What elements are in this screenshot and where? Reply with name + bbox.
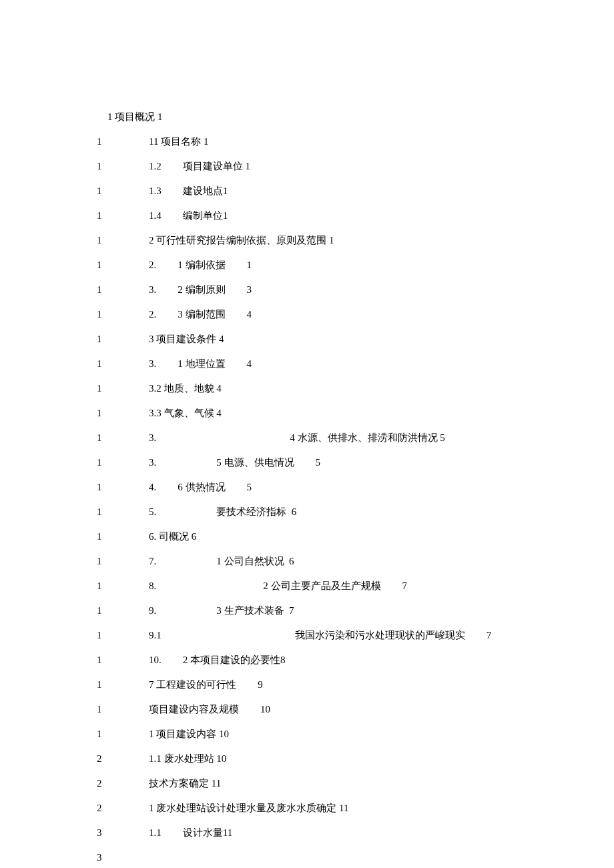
toc-segment: 1 项目建设内容 10	[149, 727, 229, 741]
toc-entry: 7 工程建设的可行性9	[149, 678, 547, 692]
toc-line: 14.6 供热情况5	[97, 480, 547, 494]
toc-segment: 5	[316, 456, 321, 470]
toc-line: 11.4编制单位1	[97, 209, 547, 223]
toc-segment: 8.	[149, 579, 156, 593]
toc-entry: 技术方案确定 11	[149, 777, 547, 791]
line-number: 1	[97, 332, 149, 346]
toc-entry: 5.要技术经济指标 6	[149, 505, 547, 519]
toc-line: 31.1设计水量11	[97, 826, 547, 840]
toc-segment: 10	[260, 703, 270, 717]
line-number: 1	[97, 678, 149, 692]
line-number: 1	[97, 431, 149, 445]
toc-line: 12.1 编制依据1	[97, 258, 547, 272]
toc-entry: 3 项目建设条件 4	[149, 332, 547, 346]
toc-line: 11.2项目建设单位 1	[97, 159, 547, 173]
toc-segment: 9	[258, 678, 263, 692]
toc-segment: 3.2 地质、地貌 4	[149, 382, 222, 396]
toc-line: 16. 司概况 6	[97, 530, 547, 544]
toc-entry: 6. 司概况 6	[149, 530, 547, 544]
toc-entry: 3.2 编制原则3	[149, 283, 547, 297]
toc-line: 17.1 公司自然状况 6	[97, 554, 547, 568]
line-number: 1	[97, 456, 149, 470]
toc-segment: 1.1	[149, 826, 162, 840]
toc-segment: 2.	[149, 308, 156, 322]
toc-segment: 1 废水处理站设计处理水量及废水水质确定 11	[149, 801, 348, 815]
toc-segment: 5.	[149, 505, 156, 519]
toc-segment: 4.	[149, 480, 156, 494]
toc-entry: 1.1设计水量11	[149, 826, 547, 840]
toc-line: 1项目建设内容及规模10	[97, 703, 547, 717]
line-number: 1	[97, 159, 149, 173]
toc-entry: 4.6 供热情况5	[149, 480, 547, 494]
toc-line: 21.1 废水处理站 10	[97, 752, 547, 766]
toc-entry: 9.1我国水污染和污水处理现状的严峻现实7	[149, 628, 547, 642]
toc-line: 13.1 地理位置4	[97, 357, 547, 371]
toc-segment: 9.1	[149, 628, 162, 642]
toc-line: 18.2 公司主要产品及生产规模7	[97, 579, 547, 593]
toc-segment: 5 电源、供电情况	[216, 456, 294, 470]
toc-line: 2技术方案确定 11	[97, 777, 547, 791]
toc-entry: 1 项目建设内容 10	[149, 727, 547, 741]
toc-segment: 设计水量11	[183, 826, 232, 840]
toc-segment: 要技术经济指标 6	[216, 505, 296, 519]
line-number: 1	[97, 505, 149, 519]
toc-entry: 3.1 地理位置4	[149, 357, 547, 371]
toc-segment: 2 编制原则	[178, 283, 225, 297]
toc-line: 13.3 气象、气候 4	[97, 406, 547, 420]
line-number: 2	[97, 801, 149, 815]
toc-segment: 1 公司自然状况 6	[216, 554, 294, 568]
toc-segment: 1	[247, 258, 252, 272]
toc-segment: 9.	[149, 604, 156, 618]
toc-segment: 技术方案确定 11	[149, 777, 221, 791]
toc-segment: 7.	[149, 554, 156, 568]
toc-segment: 4	[247, 357, 252, 371]
line-number: 1	[97, 283, 149, 297]
toc-line: 1 项目概况 1	[97, 110, 547, 124]
toc-entry: 1.1 废水处理站 10	[149, 752, 547, 766]
toc-line: 12 可行性研究报告编制依据、原则及范围 1	[97, 234, 547, 248]
line-number: 2	[97, 777, 149, 791]
line-number: 1	[97, 727, 149, 741]
toc-entry: 项目建设内容及规模10	[149, 703, 547, 717]
line-number: 3	[97, 851, 149, 865]
toc-entry: 11 项目名称 1	[149, 135, 547, 149]
toc-segment: 3.	[149, 283, 156, 297]
toc-segment: 7	[402, 579, 408, 593]
toc-line: 13.4 水源、供排水、排涝和防洪情况 5	[97, 431, 547, 445]
line-number: 1	[97, 135, 149, 149]
toc-entry: 2 可行性研究报告编制依据、原则及范围 1	[149, 234, 547, 248]
toc-segment: 1.1 废水处理站 10	[149, 752, 226, 766]
line-number: 1	[97, 406, 149, 420]
toc-line: 110.2 本项目建设的必要性8	[97, 653, 547, 667]
line-number: 1	[97, 357, 149, 371]
toc-line: 13.2 地质、地貌 4	[97, 382, 547, 396]
line-number: 1	[97, 530, 149, 544]
toc-entry: 1.3建设地点1	[149, 184, 547, 198]
toc-entry: 3.4 水源、供排水、排涝和防洪情况 5	[149, 431, 547, 445]
line-number: 1	[97, 480, 149, 494]
line-number: 1	[97, 604, 149, 618]
toc-segment: 1.4	[149, 209, 162, 223]
toc-entry: 2.1 编制依据1	[149, 258, 547, 272]
toc-segment: 3.	[149, 431, 156, 445]
line-number: 2	[97, 752, 149, 766]
toc-line: 111 项目名称 1	[97, 135, 547, 149]
toc-segment: 1.3	[149, 184, 162, 198]
toc-segment: 10.	[149, 653, 162, 667]
toc-entry-text: 1 项目概况 1	[107, 110, 163, 124]
toc-segment: 3.3 气象、气候 4	[149, 406, 222, 420]
line-number: 1	[97, 234, 149, 248]
toc-segment: 我国水污染和污水处理现状的严峻现实	[295, 628, 465, 642]
line-number: 1	[97, 628, 149, 642]
line-number: 1	[97, 209, 149, 223]
toc-entry: 1.2项目建设单位 1	[149, 159, 547, 173]
toc-entry: 3.2 地质、地貌 4	[149, 382, 547, 396]
toc-segment: 2 公司主要产品及生产规模	[263, 579, 380, 593]
toc-line: 21 废水处理站设计处理水量及废水水质确定 11	[97, 801, 547, 815]
toc-segment: 11 项目名称 1	[149, 135, 208, 149]
line-number: 1	[97, 258, 149, 272]
toc-line: 13.5 电源、供电情况5	[97, 456, 547, 470]
toc-segment: 1.2	[149, 159, 162, 173]
toc-segment: 7 工程建设的可行性	[149, 678, 236, 692]
toc-segment: 建设地点1	[183, 184, 228, 198]
